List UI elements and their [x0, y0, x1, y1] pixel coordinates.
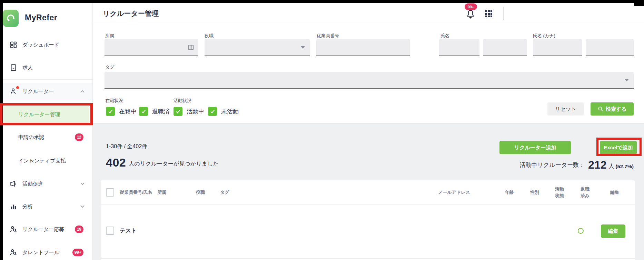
- checkbox-group-enrolled: 在籍中: [106, 107, 137, 116]
- last-name-input[interactable]: [439, 39, 479, 56]
- last-name-kana-input[interactable]: [533, 39, 582, 56]
- checkbox-group-inactive: 未活動: [208, 107, 239, 116]
- sidebar-item-label: 求人: [22, 64, 33, 71]
- sidebar-item-jobs[interactable]: 求人: [3, 59, 92, 76]
- select-all-checkbox[interactable]: [106, 188, 114, 197]
- document-icon: [9, 63, 18, 72]
- sidebar-item-label: タレントプール: [22, 249, 59, 256]
- first-name-kana-input[interactable]: [586, 39, 634, 56]
- page-title: リクルーター管理: [103, 9, 159, 18]
- chevron-down-icon[interactable]: [80, 205, 85, 208]
- sidebar-item-label: リクルーター: [22, 88, 54, 95]
- col-header-email[interactable]: メールアドレス: [438, 180, 470, 204]
- row-checkbox[interactable]: [106, 227, 114, 235]
- app-window: MyRefer ダッシュボード 求人: [3, 3, 644, 260]
- col-header-gender[interactable]: 性別: [530, 180, 539, 204]
- sidebar-item-recruiter-management[interactable]: リクルーター管理: [3, 106, 89, 123]
- result-range-text: 1-30件 / 全402件: [106, 143, 147, 150]
- col-header-role[interactable]: 役職: [196, 180, 205, 204]
- chevron-down-icon[interactable]: [80, 182, 85, 186]
- add-recruiter-button[interactable]: リクルーター追加: [499, 141, 571, 154]
- checkbox-active[interactable]: [174, 107, 182, 116]
- sidebar-item-incentive[interactable]: インセンティブ支払: [3, 152, 92, 169]
- col-header-edit[interactable]: 編集: [610, 180, 619, 204]
- sidebar-item-talent-pool[interactable]: タレントプール 99+: [3, 244, 92, 260]
- sidebar-item-analytics[interactable]: 分析: [3, 198, 92, 215]
- reset-button[interactable]: リセット: [547, 102, 584, 116]
- col-header-age[interactable]: 年齢: [505, 180, 514, 204]
- bar-chart-icon: [9, 202, 18, 211]
- dashboard-icon: [9, 41, 18, 49]
- checkbox-group-active: 活動中: [174, 107, 204, 116]
- notification-count-badge: 99+: [465, 3, 477, 10]
- result-count-number: 402: [106, 156, 126, 169]
- header-divider: [503, 7, 504, 20]
- role-select[interactable]: [205, 39, 310, 56]
- row-employee-name[interactable]: テスト: [120, 227, 137, 234]
- checkbox-inactive[interactable]: [208, 107, 217, 116]
- search-icon: [598, 106, 603, 112]
- checkbox-retired[interactable]: [139, 107, 148, 116]
- col-header-tag[interactable]: タグ: [220, 180, 229, 204]
- notification-bell-icon[interactable]: [466, 9, 475, 19]
- employee-no-label: 従業員番号: [317, 33, 339, 39]
- main-area: リクルーター管理 99+ 所属: [93, 3, 644, 260]
- checkbox-label: 在籍中: [119, 108, 137, 116]
- add-excel-button[interactable]: Excelで追加: [600, 141, 637, 154]
- page-header: リクルーター管理 99+: [93, 3, 644, 24]
- name-kana-label: 氏名 (カナ): [533, 33, 555, 39]
- employee-no-input[interactable]: [316, 39, 410, 56]
- sidebar-item-recruiter[interactable]: リクルーター: [3, 83, 92, 100]
- person-search-icon: [9, 248, 18, 257]
- caret-down-icon: [301, 46, 305, 49]
- alert-dot: [16, 86, 19, 89]
- screen-notch: [634, 0, 644, 6]
- checkbox-label: 活動中: [187, 108, 204, 116]
- chevron-up-icon[interactable]: [80, 90, 85, 93]
- sidebar-item-promotion[interactable]: 活動促進: [3, 176, 92, 192]
- person-search-icon: [9, 225, 18, 233]
- search-button[interactable]: 検索する: [591, 102, 634, 116]
- sidebar-item-label: 活動促進: [22, 181, 43, 187]
- recruiter-table: 従業員番号/氏名 所属 役職 タグ メールアドレス 年齢 性別 活動状態 退職済…: [101, 180, 635, 260]
- role-label: 役職: [205, 33, 214, 39]
- table-header-row: 従業員番号/氏名 所属 役職 タグ メールアドレス 年齢 性別 活動状態 退職済…: [101, 180, 635, 204]
- sidebar-item-label: 分析: [22, 203, 33, 210]
- apps-grid-icon[interactable]: [485, 10, 492, 17]
- first-name-input[interactable]: [483, 39, 527, 56]
- retired-indicator: [578, 228, 584, 234]
- sidebar-item-label: 申請の承認: [18, 134, 44, 141]
- talent-pool-count-badge: 99+: [72, 249, 83, 256]
- caret-down-icon: [625, 79, 629, 81]
- sidebar-item-dashboard[interactable]: ダッシュボード: [3, 37, 92, 53]
- checkbox-group-retired: 退職済: [139, 107, 170, 116]
- active-count-number: 212: [588, 159, 606, 171]
- checkbox-enrolled[interactable]: [106, 107, 115, 116]
- col-header-department[interactable]: 所属: [157, 180, 166, 204]
- col-header-employee-name[interactable]: 従業員番号/氏名: [120, 180, 152, 204]
- active-count-label: 活動中リクルーター数：: [519, 161, 585, 169]
- sidebar: MyRefer ダッシュボード 求人: [3, 3, 93, 260]
- active-count-unit: 人: [608, 163, 614, 170]
- sidebar-item-approval[interactable]: 申請の承認 12: [3, 129, 92, 146]
- brand-name: MyRefer: [25, 13, 57, 22]
- sidebar-item-label: ダッシュボード: [22, 42, 59, 48]
- tag-label: タグ: [105, 64, 115, 70]
- col-header-retired[interactable]: 退職済み: [579, 180, 591, 204]
- screenshot-frame: MyRefer ダッシュボード 求人: [0, 0, 644, 260]
- edit-button[interactable]: 編集: [601, 224, 625, 238]
- result-count-suffix: 人のリクルーターが見つかりました: [129, 158, 219, 168]
- myrefer-logo-icon[interactable]: [3, 10, 19, 27]
- megaphone-icon: [9, 180, 18, 188]
- sidebar-divider: [3, 79, 92, 80]
- sidebar-item-recruiter-applications[interactable]: リクルーター応募 19: [3, 221, 92, 238]
- department-input[interactable]: [105, 39, 198, 56]
- org-tree-picker-icon[interactable]: [188, 44, 194, 52]
- employment-status-label: 在籍状況: [105, 98, 123, 104]
- checkbox-label: 未活動: [221, 108, 239, 116]
- department-label: 所属: [105, 33, 114, 39]
- active-count-percent: (52.7%): [615, 163, 634, 169]
- col-header-activity-state[interactable]: 活動状態: [553, 180, 566, 204]
- tag-select[interactable]: [105, 72, 634, 89]
- active-recruiter-stats: 活動中リクルーター数： 212 人 (52.7%): [519, 159, 634, 171]
